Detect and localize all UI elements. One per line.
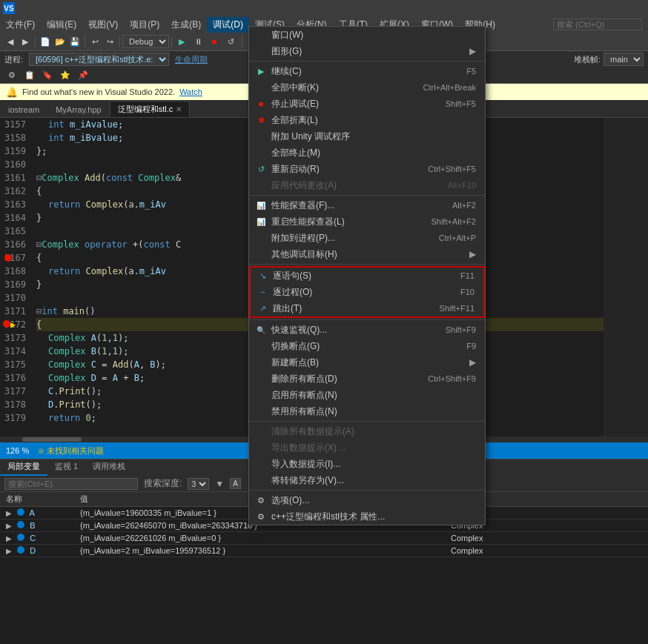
sep6 [249,490,485,491]
menu-enable-all-bp[interactable]: 启用所有断点(N) [249,387,485,403]
menu-other-targets[interactable]: 其他调试目标(H) ▶ [249,246,485,262]
menu-apply-changes: 应用代码更改(A) Alt+F10 [249,177,485,193]
restart-icon: ↺ [255,165,267,174]
menu-relaunch-profiler[interactable]: 📊 重启性能探查器(L) Shift+Alt+F2 [249,213,485,230]
sep2 [249,195,485,196]
menu-new-bp[interactable]: 新建断点(B) ▶ [249,354,485,371]
menu-attach-process[interactable]: 附加到进程(P)... Ctrl+Alt+P [249,230,485,246]
menu-terminate-all[interactable]: 全部终止(M) [249,145,485,161]
graphics-arrow: ▶ [469,46,476,56]
step-out-icon: ↗ [257,304,268,313]
options-icon: ⚙ [255,496,267,505]
menu-project-props[interactable]: ⚙ c++泛型编程和stl技术 属性... [249,508,485,525]
menu-export-datatips: 导出数据提示(X) ... [249,439,485,456]
menu-step-out[interactable]: ↗ 跳出(T) Shift+F11 [251,300,483,316]
menu-perf-profiler[interactable]: 📊 性能探查器(F)... Alt+F2 [249,197,485,213]
profiler-icon: 📊 [255,202,267,210]
menu-import-datatips[interactable]: 导入数据提示(I)... [249,456,485,472]
menu-clear-datatips: 清除所有数据提示(A) [249,423,485,439]
sep1 [249,61,485,62]
menu-save-as[interactable]: 将转储另存为(V)... [249,472,485,488]
sep5 [249,421,485,422]
menu-stop-debug[interactable]: ■ 停止调试(E) Shift+F5 [249,96,485,112]
menu-continue[interactable]: ▶ 继续(C) F5 [249,63,485,79]
stop-icon: ■ [255,99,267,108]
menu-break-all[interactable]: 全部中断(K) Ctrl+Alt+Break [249,79,485,96]
proj-props-icon: ⚙ [255,512,267,522]
debug-dropdown-menu: 窗口(W) 图形(G) ▶ ▶ 继续(C) F5 全部中断(K) Ctrl+Al… [248,26,486,525]
quick-watch-icon: 🔍 [255,326,267,334]
menu-attach-unity[interactable]: 附加 Unity 调试程序 [249,128,485,145]
new-bp-arrow: ▶ [469,357,476,368]
sep3 [249,264,485,265]
context-menu-overlay: 窗口(W) 图形(G) ▶ ▶ 继续(C) F5 全部中断(K) Ctrl+Al… [0,0,648,644]
sep4 [249,319,485,320]
step-into-icon: ↘ [257,271,268,281]
menu-disable-all-bp[interactable]: 禁用所有断点(N) [249,403,485,419]
detach-icon: ✖ [255,116,267,125]
relaunch-profiler-icon: 📊 [255,218,267,226]
menu-detach-all[interactable]: ✖ 全部折离(L) [249,112,485,128]
continue-icon: ▶ [255,67,267,76]
menu-window[interactable]: 窗口(W) [249,27,485,43]
other-targets-arrow: ▶ [469,249,476,259]
menu-graphics[interactable]: 图形(G) ▶ [249,43,485,59]
menu-options[interactable]: ⚙ 选项(O)... [249,492,485,508]
menu-step-into[interactable]: ↘ 逐语句(S) F11 [251,268,483,284]
menu-step-over[interactable]: → 逐过程(O) F10 [251,284,483,300]
menu-delete-all-bp[interactable]: 删除所有断点(D) Ctrl+Shift+F9 [249,371,485,387]
menu-toggle-bp[interactable]: 切换断点(G) F9 [249,338,485,354]
step-over-icon: → [257,288,268,296]
menu-quick-watch[interactable]: 🔍 快速监视(Q)... Shift+F9 [249,322,485,338]
menu-restart[interactable]: ↺ 重新启动(R) Ctrl+Shift+F5 [249,161,485,177]
